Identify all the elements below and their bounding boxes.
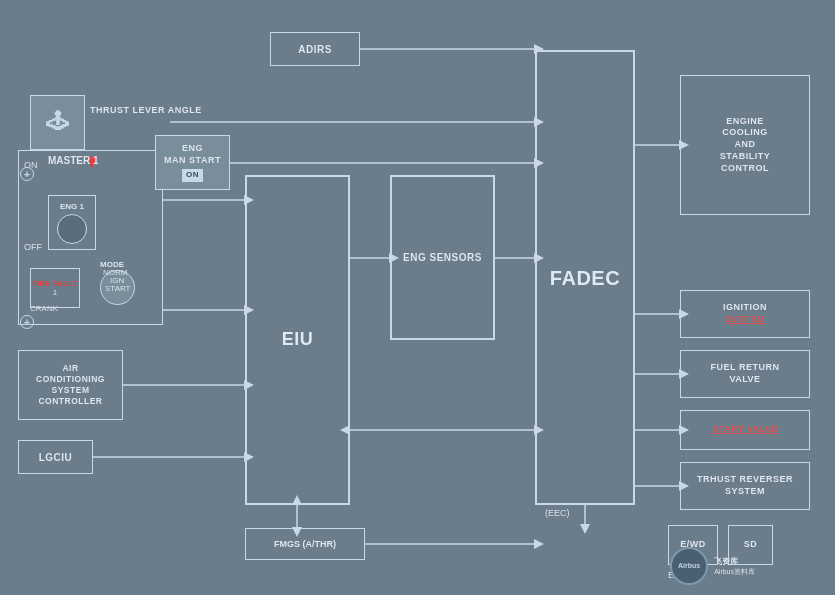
fuel-return-label: FUEL RETURN VALVE (711, 362, 780, 385)
eng-cooling-box: ENGINE COOLING AND STABILITY CONTROL (680, 75, 810, 215)
watermark: Airbus 飞资库 Airbus资料库 (670, 547, 755, 585)
eng-sensors-box: ENG SENSORS (390, 175, 495, 340)
eng-sensors-label: ENG SENSORS (403, 251, 482, 264)
eiu-label: EIU (282, 328, 314, 351)
start-knob-label: START (105, 284, 130, 293)
eng-man-label: ENGMAN START (164, 143, 221, 166)
start-valve-box: START VALVE (680, 410, 810, 450)
off-label: OFF (24, 242, 42, 252)
watermark-logo: Airbus (670, 547, 708, 585)
aircon-label: AIR CONDITIONING SYSTEM CONTROLLER (36, 363, 105, 407)
master1-label: MASTER 1 (48, 155, 99, 166)
eiu-box: EIU (245, 175, 350, 505)
svg-marker-35 (580, 524, 590, 534)
on-badge: ON (182, 169, 203, 181)
eng1-box: ENG 1 (48, 195, 96, 250)
plus-circle-2: + (20, 315, 34, 329)
fadec-label: FADEC (550, 265, 620, 291)
diagram: ▼ ▼ ADIRS 🕹 THRUST LEVER ANGLE MASTER 1 … (0, 0, 835, 595)
fmgs-box: FMGS (A/THR) (245, 528, 365, 560)
fire-num: 1 (53, 288, 57, 297)
lgciu-label: LGCIU (39, 451, 73, 464)
adirs-label: ADIRS (298, 43, 332, 56)
joystick-icon: 🕹 (46, 108, 69, 137)
thrust-reverser-box: TRHUST REVERSER SYSTEM (680, 462, 810, 510)
thrust-reverser-label: TRHUST REVERSER SYSTEM (697, 474, 793, 497)
eng-man-start-box: ENGMAN START ON (155, 135, 230, 190)
start-valve-label: START VALVE (712, 424, 778, 436)
fuel-return-box: FUEL RETURN VALVE (680, 350, 810, 398)
fire-fault-box: FIRE FAULT 1 (30, 268, 80, 308)
fadec-box: FADEC (535, 50, 635, 505)
fire-label: FIRE FAULT (32, 279, 78, 288)
adirs-box: ADIRS (270, 32, 360, 66)
plus-circle-1: + (20, 167, 34, 181)
svg-marker-20 (534, 539, 544, 549)
thrust-lever-label: THRUST LEVER ANGLE (90, 105, 202, 115)
ignition-box: IGNITIONSYSTEM (680, 290, 810, 338)
ignition-label: IGNITIONSYSTEM (723, 302, 767, 325)
eng-cooling-label: ENGINE COOLING AND STABILITY CONTROL (720, 116, 770, 174)
thrust-lever-box: 🕹 (30, 95, 85, 150)
lgciu-box: LGCIU (18, 440, 93, 474)
fmgs-label: FMGS (A/THR) (274, 539, 336, 549)
watermark-text: 飞资库 Airbus资料库 (714, 556, 755, 577)
aircon-box: AIR CONDITIONING SYSTEM CONTROLLER (18, 350, 123, 420)
eec-label: (EEC) (545, 508, 570, 518)
